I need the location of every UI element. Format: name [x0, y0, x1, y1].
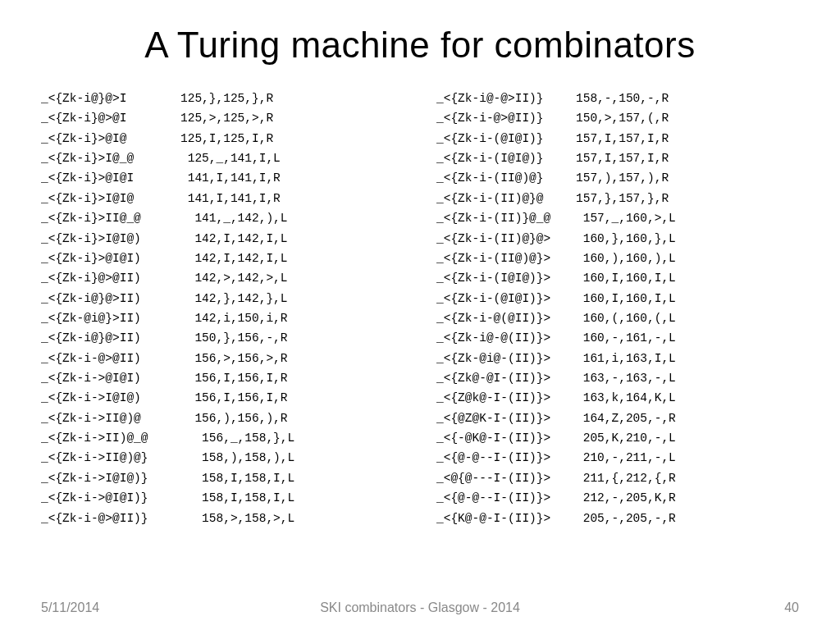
rule-state: _<{Zk-i@-@(II)}>	[436, 328, 576, 348]
rule-transition: 158,-,150,-,R	[576, 89, 669, 108]
rules-right-column: _<{Zk-i@-@>II)}158,-,150,-,R_<{Zk-i-@>@I…	[436, 89, 799, 528]
rule-state: _<{Zk-i->II@)@}	[41, 448, 180, 468]
rule-state: _<{Zk-i-(II)@}@>	[436, 229, 576, 249]
rule-transition: 157,I,157,I,R	[576, 129, 669, 148]
footer-date: 5/11/2014	[41, 600, 294, 615]
rule-row: _<{Zk-i}>@I@I) 142,I,142,I,L	[41, 249, 404, 268]
rule-state: _<{@Z@K-I-(II)}>	[436, 409, 576, 428]
rule-row: _<{Zk-i->@I@I)} 158,I,158,I,L	[41, 488, 404, 508]
rule-row: _<{Zk-i}>@I@I 141,I,141,I,R	[41, 168, 404, 188]
rule-state: _<{@-@--I-(II)}>	[436, 448, 576, 468]
rule-state: _<{Zk-i-@>@II)}	[41, 509, 180, 528]
rule-row: _<{Zk-i-(II)}@_@ 157,_,160,>,L	[436, 208, 799, 228]
rule-state: _<{Zk-i@-@>II)}	[436, 89, 576, 108]
rule-transition: 210,-,211,-,L	[576, 448, 676, 468]
rule-transition: 125,_,141,I,L	[180, 148, 281, 168]
rule-state: _<{Zk-i->II)@_@	[41, 428, 180, 448]
rule-transition: 164,Z,205,-,R	[576, 409, 676, 428]
slide: A Turing machine for combinators _<{Zk-i…	[0, 0, 840, 630]
rule-state: _<{Zk-@i@}>II)	[41, 308, 180, 328]
rule-transition: 211,{,212,{,R	[576, 468, 676, 488]
rule-transition: 156,I,156,I,R	[180, 388, 288, 408]
footer-center: SKI combinators - Glasgow - 2014	[294, 600, 546, 615]
rule-row: _<{Zk-i}>I@I@ 141,I,141,I,R	[41, 189, 404, 208]
rule-row: _<{Zk-i->I@I@)} 158,I,158,I,L	[41, 468, 404, 488]
rule-row: _<{Zk-@i@}>II) 142,i,150,i,R	[41, 308, 404, 328]
rule-transition: 158,I,158,I,L	[180, 468, 294, 488]
rule-state: _<{Zk-i}>II@_@	[41, 208, 180, 228]
rule-state: _<{Zk-i-@>@II)	[41, 349, 180, 368]
rule-row: _<{Zk-i}>II@_@ 141,_,142,),L	[41, 208, 404, 228]
rule-row: _<{Zk@-@I-(II)}> 163,-,163,-,L	[436, 368, 799, 388]
rule-state: _<{Zk-i@}@>I	[41, 89, 180, 108]
rule-state: _<{Z@k@-I-(II)}>	[436, 388, 576, 408]
rule-transition: 150,>,157,(,R	[576, 108, 669, 128]
rule-transition: 205,K,210,-,L	[576, 428, 676, 448]
rule-row: _<@{@---I-(II)}> 211,{,212,{,R	[436, 468, 799, 488]
rule-transition: 125,>,125,>,R	[180, 108, 273, 128]
rule-row: _<{Zk-i}>@I@125,I,125,I,R	[41, 129, 404, 148]
rule-row: _<{Zk-i}>I@I@) 142,I,142,I,L	[41, 229, 404, 249]
rule-transition: 157,),157,),R	[576, 168, 669, 188]
rule-row: _<{Zk-i-(I@I@)}157,I,157,I,R	[436, 148, 799, 168]
rule-state: _<{K@-@-I-(II)}>	[436, 509, 576, 528]
rule-state: _<{Zk-i}>I@I@)	[41, 229, 180, 249]
rule-transition: 125,I,125,I,R	[180, 129, 273, 148]
rule-row: _<{Zk-i-@>@II)} 158,>,158,>,L	[41, 509, 404, 528]
rule-transition: 141,_,142,),L	[180, 208, 288, 228]
rule-transition: 157,_,160,>,L	[576, 208, 676, 228]
rule-state: _<{Zk-i->I@I@)	[41, 388, 180, 408]
rule-row: _<{Zk-i-(II@)@}157,),157,),R	[436, 168, 799, 188]
rule-row: _<{Zk-@i@-(II)}> 161,i,163,I,L	[436, 349, 799, 368]
rule-row: _<{Zk-i->I@I@) 156,I,156,I,R	[41, 388, 404, 408]
rule-transition: 141,I,141,I,R	[180, 168, 281, 188]
rule-state: _<{Zk-i->II@)@	[41, 409, 180, 428]
rule-state: _<{Zk-i}@>@I	[41, 108, 180, 128]
rule-state: _<{Zk-i@}@>II)	[41, 289, 180, 308]
rule-row: _<{Zk-i->II)@_@ 156,_,158,},L	[41, 428, 404, 448]
rule-row: _<{@-@--I-(II)}> 212,-,205,K,R	[436, 488, 799, 508]
rule-state: _<{Zk-i}>I@I@	[41, 189, 180, 208]
rule-transition: 158,),158,),L	[180, 448, 294, 468]
slide-footer: 5/11/2014 SKI combinators - Glasgow - 20…	[0, 600, 840, 615]
rule-transition: 156,>,156,>,R	[180, 349, 288, 368]
rule-row: _<{Zk-i-(II@)@}> 160,),160,),L	[436, 249, 799, 268]
rule-state: _<{Zk-i->I@I@)}	[41, 468, 180, 488]
rule-transition: 161,i,163,I,L	[576, 349, 676, 368]
rule-row: _<{@Z@K-I-(II)}> 164,Z,205,-,R	[436, 409, 799, 428]
rule-state: _<{Zk-i->@I@I)	[41, 368, 180, 388]
rule-row: _<{Zk-i-@>@II)}150,>,157,(,R	[436, 108, 799, 128]
rule-transition: 160,I,160,I,L	[576, 289, 676, 308]
rule-transition: 160,(,160,(,L	[576, 308, 676, 328]
rule-row: _<{Zk-i-@(@II)}> 160,(,160,(,L	[436, 308, 799, 328]
rule-transition: 150,},156,-,R	[180, 328, 288, 348]
rule-row: _<{Zk-i-@>@II) 156,>,156,>,R	[41, 349, 404, 368]
rule-row: _<{Zk-i-(II)@}@> 160,},160,},L	[436, 229, 799, 249]
rule-state: _<{Zk-i}>@I@I)	[41, 249, 180, 268]
rule-state: _<{Zk-i-(@I@I)}>	[436, 289, 576, 308]
rule-transition: 157,I,157,I,R	[576, 148, 669, 168]
rule-state: _<{Zk-i-(I@I@)}>	[436, 268, 576, 288]
rule-row: _<{-@K@-I-(II)}> 205,K,210,-,L	[436, 428, 799, 448]
rule-transition: 142,>,142,>,L	[180, 268, 288, 288]
rule-state: _<{Zk-i->@I@I)}	[41, 488, 180, 508]
rule-transition: 160,-,161,-,L	[576, 328, 676, 348]
rule-state: _<{Zk-i-(II)}@_@	[436, 208, 576, 228]
rule-transition: 156,),156,),R	[180, 409, 288, 428]
rule-row: _<{Zk-i-(@I@I)}157,I,157,I,R	[436, 129, 799, 148]
content-columns: _<{Zk-i@}@>I125,},125,},R_<{Zk-i}@>@I125…	[41, 89, 799, 528]
rule-transition: 125,},125,},R	[180, 89, 273, 108]
slide-title: A Turing machine for combinators	[41, 25, 799, 66]
rule-row: _<{Zk-i}@>@I125,>,125,>,R	[41, 108, 404, 128]
rule-state: _<{Zk-i}>@I@I	[41, 168, 180, 188]
rule-row: _<{Zk-i->II@)@ 156,),156,),R	[41, 409, 404, 428]
rule-transition: 163,k,164,K,L	[576, 388, 676, 408]
rule-transition: 163,-,163,-,L	[576, 368, 676, 388]
rule-state: _<{Zk-i-@>@II)}	[436, 108, 576, 128]
rule-transition: 156,I,156,I,R	[180, 368, 288, 388]
footer-page: 40	[546, 600, 799, 615]
rule-row: _<{Zk-i@-@(II)}> 160,-,161,-,L	[436, 328, 799, 348]
rule-row: _<{Zk-i->II@)@} 158,),158,),L	[41, 448, 404, 468]
rule-state: _<{Zk@-@I-(II)}>	[436, 368, 576, 388]
rule-transition: 158,I,158,I,L	[180, 488, 294, 508]
